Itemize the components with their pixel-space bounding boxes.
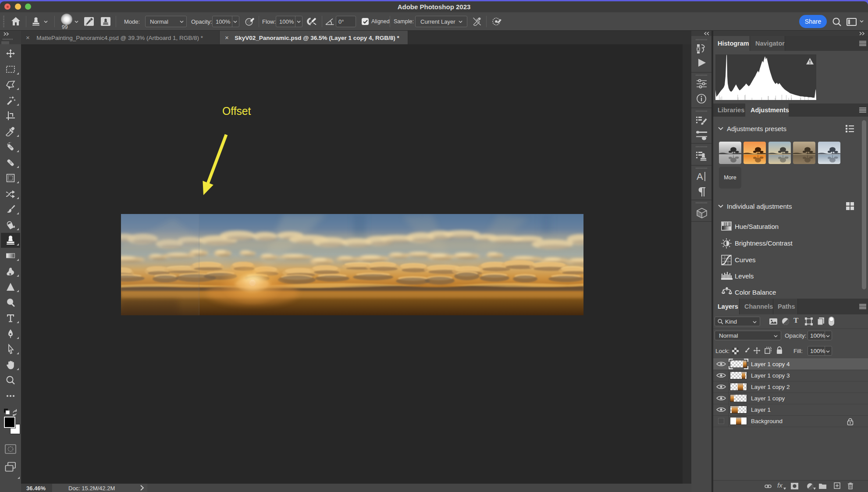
svg-text:A: A: [697, 171, 703, 182]
